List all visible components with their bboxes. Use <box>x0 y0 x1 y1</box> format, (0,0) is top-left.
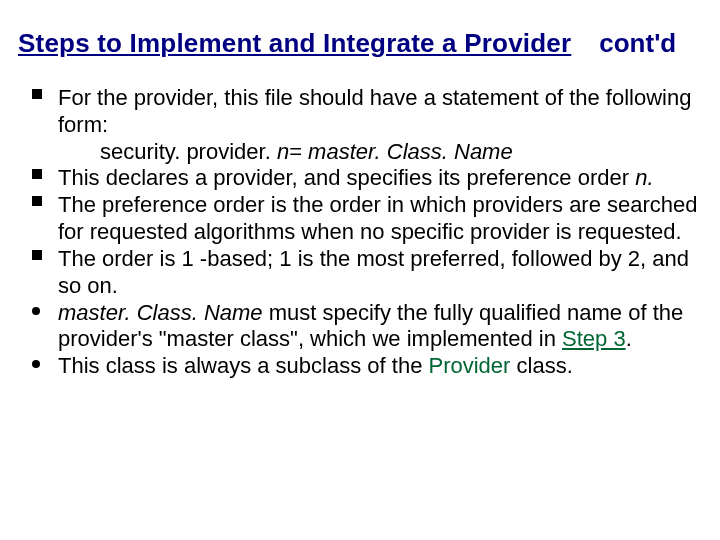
bullet-text: The preference order is the order in whi… <box>58 192 698 244</box>
square-bullet-icon <box>32 196 42 206</box>
list-item: The preference order is the order in whi… <box>32 192 702 246</box>
bullet-text: This class is always a subclass of the <box>58 353 428 378</box>
bullet-text: class. <box>510 353 572 378</box>
slide-root: Steps to Implement and Integrate a Provi… <box>0 0 720 540</box>
provider-class: Provider <box>428 353 510 378</box>
list-item: For the provider, this file should have … <box>32 85 702 165</box>
bullet-list: For the provider, this file should have … <box>12 85 710 380</box>
code-line: security. provider. n= master. Class. Na… <box>58 139 702 166</box>
bullet-text: . <box>626 326 632 351</box>
square-bullet-icon <box>32 89 42 99</box>
list-item: This class is always a subclass of the P… <box>32 353 702 380</box>
list-item: This declares a provider, and specifies … <box>32 165 702 192</box>
code-text: security. provider. <box>100 139 277 164</box>
page-title: Steps to Implement and Integrate a Provi… <box>18 28 571 59</box>
round-bullet-icon <box>32 360 40 368</box>
title-row: Steps to Implement and Integrate a Provi… <box>12 28 710 59</box>
list-item: master. Class. Name must specify the ful… <box>32 300 702 354</box>
list-item: The order is 1 -based; 1 is the most pre… <box>32 246 702 300</box>
square-bullet-icon <box>32 169 42 179</box>
var-n: n. <box>635 165 653 190</box>
master-class-name: master. Class. Name <box>58 300 263 325</box>
step-3-link[interactable]: Step 3 <box>562 326 626 351</box>
code-master: master. Class. Name <box>308 139 513 164</box>
code-text: = <box>289 139 308 164</box>
bullet-text: For the provider, this file should have … <box>58 85 691 137</box>
bullet-text: This declares a provider, and specifies … <box>58 165 635 190</box>
bullet-text: The order is 1 -based; 1 is the most pre… <box>58 246 689 298</box>
round-bullet-icon <box>32 307 40 315</box>
title-contd: cont'd <box>599 28 676 59</box>
code-var-n: n <box>277 139 289 164</box>
square-bullet-icon <box>32 250 42 260</box>
